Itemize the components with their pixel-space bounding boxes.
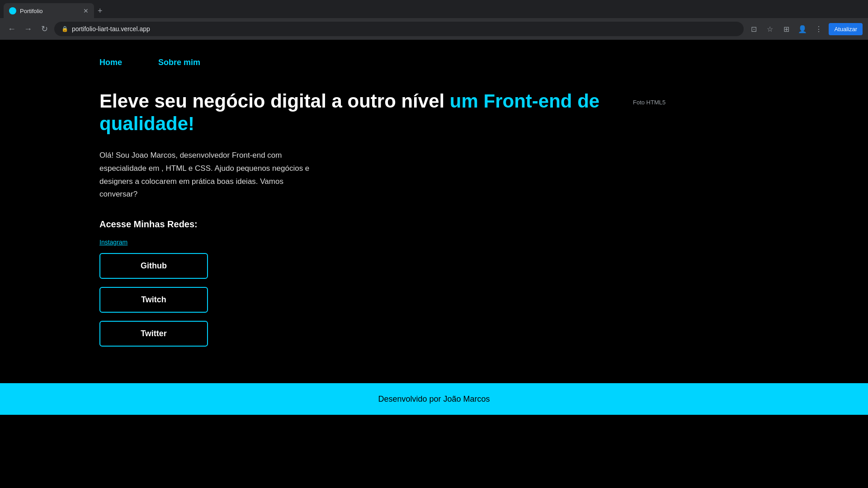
social-heading: Acesse Minhas Redes: (99, 219, 606, 230)
tab-bar: Portifolio ✕ + (0, 0, 868, 18)
tab-title: Portifolio (20, 8, 80, 14)
github-button[interactable]: Github (99, 253, 208, 279)
extensions-icon[interactable]: ⊞ (780, 23, 793, 35)
browser-chrome: Portifolio ✕ + ← → ↻ 🔒 portifolio-liart-… (0, 0, 868, 40)
url-text: portifolio-liart-tau.vercel.app (72, 25, 150, 33)
navbar: Home Sobre mim (99, 58, 769, 67)
tab-close-button[interactable]: ✕ (83, 7, 89, 14)
hero-section: Eleve seu negócio digital a outro nível … (99, 90, 769, 355)
active-tab[interactable]: Portifolio ✕ (4, 3, 94, 19)
toolbar-right: ⊡ ☆ ⊞ 👤 ⋮ Atualizar (747, 23, 863, 35)
lock-icon: 🔒 (61, 26, 68, 32)
bookmark-icon[interactable]: ☆ (764, 23, 776, 35)
hero-right: Foto HTML5 (633, 90, 769, 106)
forward-button[interactable]: → (22, 23, 34, 35)
footer: Desenvolvido por João Marcos (0, 383, 868, 415)
social-section: Acesse Minhas Redes: Instagram Github Tw… (99, 219, 606, 347)
update-button[interactable]: Atualizar (829, 23, 863, 35)
reload-button[interactable]: ↻ (38, 23, 51, 35)
hero-title: Eleve seu negócio digital a outro nível … (99, 90, 606, 136)
twitch-button[interactable]: Twitch (99, 287, 208, 313)
instagram-link[interactable]: Instagram (99, 239, 606, 246)
footer-text: Desenvolvido por João Marcos (378, 394, 490, 404)
address-field[interactable]: 🔒 portifolio-liart-tau.vercel.app (54, 22, 744, 36)
nav-home[interactable]: Home (99, 58, 122, 67)
address-bar-row: ← → ↻ 🔒 portifolio-liart-tau.vercel.app … (0, 18, 868, 40)
profile-icon[interactable]: 👤 (796, 23, 809, 35)
hero-left: Eleve seu negócio digital a outro nível … (99, 90, 606, 355)
hero-title-white: Eleve seu negócio digital a outro nível (99, 90, 450, 112)
cast-icon[interactable]: ⊡ (747, 23, 760, 35)
nav-about[interactable]: Sobre mim (158, 58, 200, 67)
menu-icon[interactable]: ⋮ (812, 23, 825, 35)
foto-placeholder: Foto HTML5 (633, 99, 665, 106)
hero-description: Olá! Sou Joao Marcos, desenvolvedor Fron… (99, 149, 316, 202)
page-content: Home Sobre mim Eleve seu negócio digital… (0, 40, 868, 356)
twitter-button[interactable]: Twitter (99, 321, 208, 347)
back-button[interactable]: ← (5, 23, 18, 35)
tab-favicon (9, 7, 16, 14)
new-tab-button[interactable]: + (94, 5, 106, 18)
